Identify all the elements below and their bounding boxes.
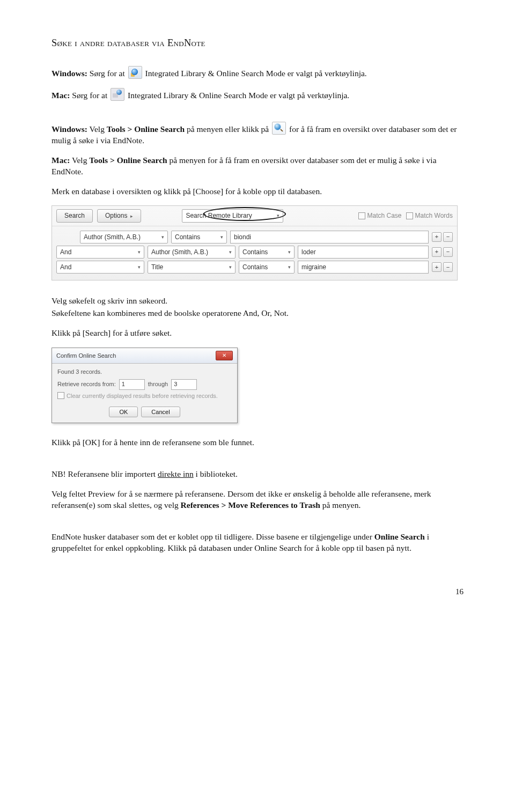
field-value: Author (Smith, A.B.) bbox=[84, 233, 141, 241]
chevron-down-icon: ▾ bbox=[288, 264, 291, 270]
dialog-buttons: OK Cancel bbox=[52, 403, 237, 423]
paragraph-windows-toolbar: Windows: Sørg for at Integrated Library … bbox=[52, 66, 464, 79]
chevron-down-icon: ▾ bbox=[288, 249, 291, 255]
condition-value: Contains bbox=[242, 263, 268, 271]
field-dropdown[interactable]: Title▾ bbox=[148, 261, 236, 274]
search-panel-toolbar: Search Options▸ Search Remote Library ▾ … bbox=[52, 206, 457, 226]
search-term-input[interactable]: migraine bbox=[298, 261, 429, 274]
paragraph-nb-import: NB! Referansene blir importert direkte i… bbox=[52, 469, 464, 480]
search-row: And▾ Title▾ Contains▾ migraine +− bbox=[56, 261, 453, 274]
confirm-dialog: Confirm Online Search ✕ Found 3 records.… bbox=[52, 348, 238, 424]
remove-row-button[interactable]: − bbox=[443, 232, 453, 242]
paragraph-mac-menu: Mac: Velg Tools > Online Search på menye… bbox=[52, 155, 464, 178]
condition-dropdown[interactable]: Contains▾ bbox=[239, 261, 295, 274]
online-search-icon bbox=[272, 122, 286, 135]
cancel-button[interactable]: Cancel bbox=[141, 407, 180, 418]
close-button[interactable]: ✕ bbox=[216, 351, 233, 360]
page-number: 16 bbox=[52, 586, 464, 597]
clear-results-checkbox[interactable]: Clear currently displayed results before… bbox=[57, 392, 232, 400]
chevron-right-icon: ▸ bbox=[130, 213, 133, 219]
operator-dropdown[interactable]: And▾ bbox=[56, 246, 144, 259]
search-term-input[interactable]: biondi bbox=[230, 231, 429, 243]
chevron-down-icon: ▾ bbox=[220, 234, 223, 240]
text: Sørg for at bbox=[70, 91, 109, 100]
paragraph-click-search: Klikk på [Search] for å utføre søket. bbox=[52, 328, 464, 339]
add-row-button[interactable]: + bbox=[432, 232, 442, 242]
menu-path: Tools > Online Search bbox=[89, 156, 167, 165]
label-mac: Mac: bbox=[52, 91, 70, 100]
match-case-checkbox[interactable]: Match Case bbox=[358, 211, 402, 220]
condition-value: Contains bbox=[175, 233, 200, 241]
search-mode-value: Search Remote Library bbox=[186, 211, 252, 220]
text: Integrated Library & Online Search Mode … bbox=[126, 91, 349, 100]
match-case-label: Match Case bbox=[367, 211, 402, 220]
paragraph-windows-menu: Windows: Velg Tools > Online Search på m… bbox=[52, 122, 464, 146]
operator-value: And bbox=[60, 263, 71, 271]
options-button[interactable]: Options▸ bbox=[97, 209, 141, 222]
options-label: Options bbox=[105, 212, 127, 219]
operator-value: And bbox=[60, 248, 71, 256]
checkbox-box-icon bbox=[358, 212, 365, 219]
condition-dropdown[interactable]: Contains▾ bbox=[171, 231, 227, 243]
chevron-down-icon: ▾ bbox=[277, 212, 279, 219]
condition-value: Contains bbox=[242, 248, 268, 256]
search-row: Author (Smith, A.B.)▾ Contains▾ biondi +… bbox=[56, 231, 453, 243]
chevron-down-icon: ▾ bbox=[138, 264, 141, 270]
field-dropdown[interactable]: Author (Smith, A.B.)▾ bbox=[80, 231, 168, 243]
dialog-body: Found 3 records. Retrieve records from: … bbox=[52, 364, 237, 403]
menu-path: Tools > Online Search bbox=[107, 124, 185, 134]
text: i biblioteket. bbox=[194, 469, 238, 478]
found-records-label: Found 3 records. bbox=[57, 368, 232, 376]
add-row-button[interactable]: + bbox=[432, 247, 442, 257]
chevron-down-icon: ▾ bbox=[138, 249, 141, 255]
field-dropdown[interactable]: Author (Smith, A.B.)▾ bbox=[148, 246, 236, 259]
text: Velg bbox=[70, 156, 89, 165]
integrated-mode-icon bbox=[128, 66, 142, 79]
chevron-down-icon: ▾ bbox=[229, 249, 232, 255]
retrieve-from-label: Retrieve records from: bbox=[57, 380, 116, 388]
checkbox-box-icon bbox=[406, 212, 413, 219]
through-label: through bbox=[148, 380, 168, 388]
text-underlined: direkte inn bbox=[158, 469, 194, 478]
text: Velg bbox=[87, 124, 107, 134]
paragraph-boolean-ops: Søkefeltene kan kombineres med de boolsk… bbox=[52, 308, 464, 319]
paragraph-mac-toolbar: Mac: Sørg for at Integrated Library & On… bbox=[52, 88, 464, 101]
through-input[interactable]: 3 bbox=[171, 379, 197, 390]
add-row-button[interactable]: + bbox=[432, 262, 442, 272]
chevron-down-icon: ▾ bbox=[161, 234, 164, 240]
checkbox-box-icon bbox=[57, 392, 64, 399]
text: Sørg for at bbox=[87, 69, 127, 78]
label-windows: Windows: bbox=[52, 124, 87, 134]
search-term-input[interactable]: loder bbox=[298, 246, 429, 259]
paragraph-preview-trash: Velg feltet Preview for å se nærmere på … bbox=[52, 489, 464, 511]
menu-path: References > Move References to Trash bbox=[181, 500, 320, 510]
search-mode-dropdown[interactable]: Search Remote Library ▾ bbox=[182, 209, 283, 222]
dialog-titlebar: Confirm Online Search ✕ bbox=[52, 348, 237, 364]
text: på menyen eller klikk på bbox=[185, 124, 271, 134]
text: NB! Referansene blir importert bbox=[52, 469, 158, 478]
chevron-down-icon: ▾ bbox=[229, 264, 232, 270]
remove-row-button[interactable]: − bbox=[443, 247, 453, 257]
paragraph-click-ok: Klikk på [OK] for å hente inn de referan… bbox=[52, 437, 464, 448]
remove-row-button[interactable]: − bbox=[443, 262, 453, 272]
text: Integrated Library & Online Search Mode … bbox=[143, 69, 367, 78]
paragraph-choose-field: Velg søkefelt og skriv inn søkeord. bbox=[52, 296, 464, 307]
label-online-search: Online Search bbox=[374, 532, 425, 541]
search-rows: Author (Smith, A.B.)▾ Contains▾ biondi +… bbox=[52, 226, 457, 280]
dialog-title: Confirm Online Search bbox=[56, 352, 116, 360]
paragraph-remembered-db: EndNote husker databaser som det er kobl… bbox=[52, 532, 464, 554]
from-input[interactable]: 1 bbox=[119, 379, 145, 390]
search-row: And▾ Author (Smith, A.B.)▾ Contains▾ lod… bbox=[56, 246, 453, 259]
search-button[interactable]: Search bbox=[56, 209, 93, 222]
field-value: Author (Smith, A.B.) bbox=[151, 248, 208, 256]
paragraph-choose-db: Merk en database i oversikten og klikk p… bbox=[52, 186, 464, 197]
page-heading: Søke i andre databaser via EndNote bbox=[52, 36, 464, 50]
operator-dropdown[interactable]: And▾ bbox=[56, 261, 144, 274]
ok-button[interactable]: OK bbox=[109, 407, 138, 418]
field-value: Title bbox=[151, 263, 163, 271]
match-words-checkbox[interactable]: Match Words bbox=[406, 211, 453, 220]
match-words-label: Match Words bbox=[415, 211, 453, 220]
condition-dropdown[interactable]: Contains▾ bbox=[239, 246, 295, 259]
text: EndNote husker databaser som det er kobl… bbox=[52, 532, 374, 541]
text: på menyen. bbox=[320, 500, 360, 510]
